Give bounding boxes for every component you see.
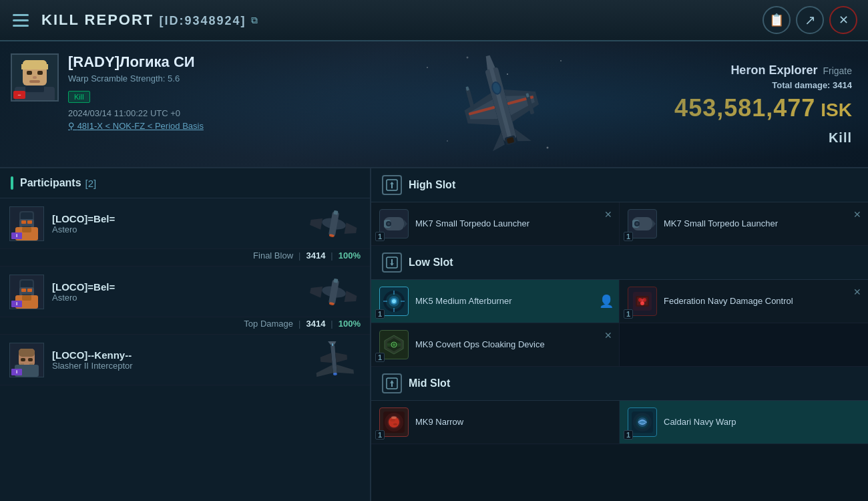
fitting-name: MK9 Covert Ops Cloaking Device: [415, 339, 611, 351]
participants-panel: Participants [2]: [0, 168, 371, 501]
svg-marker-79: [337, 363, 354, 375]
svg-rect-57: [27, 289, 32, 292]
fitting-name: MK5 Medium Afterburner: [415, 296, 611, 307]
low-slot-grid: 1: [371, 280, 868, 367]
participant-2-name: [LOCO]=Bel=: [52, 281, 299, 293]
player-avatar: −: [11, 53, 59, 102]
kill-location[interactable]: 48I1-X < NOK-FZ < Period Basis: [68, 121, 337, 131]
export-button[interactable]: ↗: [796, 6, 824, 34]
fitting-name: Caldari Navy Warp: [664, 417, 860, 428]
svg-rect-50: [333, 210, 338, 215]
fitting-qty: 1: [624, 430, 633, 440]
warp-scramble: Warp Scramble Strength: 5.6: [68, 73, 337, 84]
participant-2-ship-img: [307, 273, 361, 310]
participant-3-row[interactable]: i [LOCO]--Kenny-- Slasher II Interceptor: [0, 335, 370, 385]
svg-rect-71: [28, 358, 33, 361]
header-actions: 📋 ↗ ✕: [763, 6, 857, 34]
participants-title: Participants: [20, 177, 81, 189]
low-slot-section: Low Slot 1: [371, 246, 868, 367]
svg-rect-41: [21, 220, 26, 224]
participant-2-ship: Astero: [52, 293, 299, 303]
svg-point-11: [467, 57, 469, 59]
mid-slot-icon: [382, 373, 402, 393]
participant-2-row[interactable]: i [LOCO]=Bel= Astero: [0, 267, 370, 317]
svg-rect-3: [21, 64, 48, 69]
svg-point-125: [393, 343, 395, 346]
fitting-item[interactable]: 1 MK7 Small Torpedo Launcher ✕: [371, 202, 620, 246]
clipboard-button[interactable]: 📋: [763, 6, 791, 34]
svg-point-14: [447, 140, 448, 142]
page-title: KILL REPORT [ID:9348924]: [41, 11, 246, 29]
clipboard-icon: 📋: [769, 13, 784, 27]
participant-1-name: [LOCO]=Bel=: [52, 213, 299, 224]
isk-value: 453,581,477: [674, 94, 815, 122]
participant-1-info: [LOCO]=Bel= Astero: [44, 213, 307, 234]
svg-marker-48: [309, 216, 322, 230]
header: KILL REPORT [ID:9348924] ⧉ 📋 ↗ ✕: [0, 0, 868, 41]
svg-point-91: [387, 222, 390, 225]
mid-slot-title: Mid Slot: [409, 377, 450, 389]
fitting-qty: 1: [375, 309, 385, 319]
player-name: [RADY]Логика СИ: [68, 53, 337, 71]
fitting-remove-btn[interactable]: ✕: [851, 284, 864, 300]
mid-slot-grid: 1 MK9 N: [371, 401, 868, 444]
high-slot-icon: [382, 175, 402, 195]
participant-2-container[interactable]: i [LOCO]=Bel= Astero: [0, 267, 370, 335]
fitting-name: MK9 Narrow: [415, 417, 611, 428]
fitting-qty: 1: [624, 232, 633, 241]
ship-svg: [414, 47, 588, 161]
svg-point-135: [391, 416, 397, 419]
participant-1-avatar: i: [9, 206, 44, 241]
svg-marker-78: [316, 365, 333, 377]
kill-badge: Kill: [68, 91, 90, 103]
corp-badge-1: i: [11, 232, 22, 239]
svg-point-12: [507, 73, 508, 75]
svg-marker-80: [320, 353, 332, 363]
fitting-remove-btn[interactable]: ✕: [602, 206, 615, 222]
svg-rect-42: [27, 220, 32, 224]
fitting-name: Federation Navy Damage Control: [664, 296, 860, 307]
fitting-item-afterburner[interactable]: 1: [371, 280, 620, 323]
fitting-item-warp[interactable]: 1 MK9 N: [371, 401, 620, 444]
svg-marker-30: [514, 125, 531, 144]
svg-rect-65: [333, 279, 338, 283]
fitting-remove-btn[interactable]: ✕: [851, 206, 864, 222]
participant-2-avatar: i: [9, 275, 44, 309]
high-slot-header: High Slot: [371, 168, 868, 202]
fitting-item-damage-control[interactable]: 1: [620, 280, 868, 323]
svg-rect-69: [19, 349, 35, 357]
participants-count: [2]: [85, 178, 97, 189]
svg-point-15: [547, 147, 549, 149]
hero-section: − [RADY]Логика СИ Warp Scramble Strength…: [0, 41, 868, 168]
fitting-panel: High Slot 1 MK7 Small Tor: [371, 168, 868, 501]
export-icon: ↗: [805, 12, 816, 28]
fitting-qty: 1: [624, 309, 633, 319]
svg-point-104: [392, 299, 396, 303]
menu-button[interactable]: [8, 7, 33, 33]
low-slot-icon: [382, 253, 402, 273]
participant-1-row[interactable]: i [LOCO]=Bel= Astero: [0, 198, 370, 249]
participants-header: Participants [2]: [0, 168, 370, 198]
fitting-item-cloak[interactable]: 1: [371, 323, 620, 367]
participant-3-avatar: i: [9, 343, 44, 377]
svg-marker-64: [345, 291, 358, 304]
svg-point-10: [427, 67, 428, 68]
fitting-item-caldari-warp[interactable]: 1 Caldari Navy Warp: [620, 401, 868, 444]
participant-1-stats: Final Blow | 3414 | 100%: [0, 249, 370, 267]
fitting-remove-btn[interactable]: ✕: [602, 327, 615, 343]
total-damage-line: Total damage: 3414: [772, 80, 852, 90]
corp-badge-2: i: [11, 301, 22, 307]
fitting-name: MK7 Small Torpedo Launcher: [415, 218, 611, 230]
close-button[interactable]: ✕: [829, 6, 857, 34]
svg-marker-49: [345, 222, 358, 236]
svg-marker-81: [335, 351, 347, 362]
fitting-item[interactable]: 1 MK7 Small Torpedo Launcher ✕: [620, 202, 868, 246]
svg-rect-45: [22, 227, 31, 232]
ship-class-line: Heron Explorer Frigate: [730, 63, 852, 77]
close-icon: ✕: [839, 13, 849, 27]
mid-slot-header: Mid Slot: [371, 367, 868, 401]
svg-rect-86: [391, 184, 393, 188]
svg-marker-26: [484, 55, 495, 69]
copy-id-button[interactable]: ⧉: [251, 15, 258, 26]
participant-row[interactable]: i [LOCO]=Bel= Astero: [0, 198, 370, 267]
